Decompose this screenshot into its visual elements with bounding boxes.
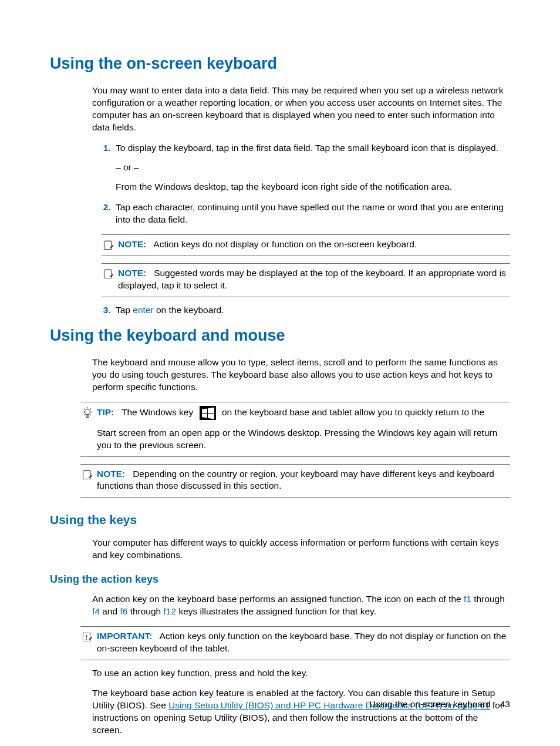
important-label: IMPORTANT: bbox=[97, 631, 152, 641]
heading-using-keyboard-mouse: Using the keyboard and mouse bbox=[50, 325, 510, 346]
note-icon bbox=[80, 468, 95, 480]
heading-using-action-keys: Using the action keys bbox=[50, 572, 510, 586]
section3-intro: Your computer has different ways to quic… bbox=[92, 537, 510, 562]
step-1: To display the keyboard, tap in the firs… bbox=[113, 142, 510, 193]
note-callout-3: NOTE: Depending on the country or region… bbox=[80, 464, 510, 498]
important-text: IMPORTANT: Action keys only function on … bbox=[95, 630, 510, 655]
steps-list: To display the keyboard, tap in the firs… bbox=[92, 142, 510, 226]
note-1-text: NOTE: Action keys do not display or func… bbox=[116, 238, 510, 251]
tip-callout: TIP: The Windows key on the keyboard bas… bbox=[80, 402, 510, 457]
section4-p3: The keyboard base action key feature is … bbox=[92, 687, 510, 737]
note-icon bbox=[102, 267, 116, 280]
intro-paragraph: You may want to enter data into a data f… bbox=[92, 85, 510, 134]
important-icon bbox=[80, 630, 95, 643]
step-1-line1: To display the keyboard, tap in the firs… bbox=[116, 142, 510, 154]
tip-continuation: Start screen from an open app or the Win… bbox=[97, 427, 510, 452]
page-footer: Using the on-screen keyboard43 bbox=[369, 698, 510, 711]
key-enter: enter bbox=[133, 305, 153, 315]
note-2-text: NOTE: Suggested words may be displayed a… bbox=[116, 267, 510, 292]
key-f6: f6 bbox=[120, 606, 127, 616]
key-f4: f4 bbox=[92, 606, 100, 616]
heading-using-the-keys: Using the keys bbox=[50, 512, 510, 528]
note-label: NOTE: bbox=[118, 239, 146, 249]
page-number: 43 bbox=[500, 699, 510, 709]
footer-text: Using the on-screen keyboard bbox=[369, 699, 491, 709]
important-callout: IMPORTANT: Action keys only function on … bbox=[80, 626, 510, 660]
step-1-line2: From the Windows desktop, tap the keyboa… bbox=[116, 181, 510, 193]
windows-key-icon bbox=[200, 406, 216, 420]
step-3: Tap enter on the keyboard. bbox=[113, 304, 510, 317]
note-callout-1: NOTE: Action keys do not display or func… bbox=[102, 234, 510, 256]
section4-p2: To use an action key function, press and… bbox=[92, 667, 510, 680]
steps-list-continued: Tap enter on the keyboard. bbox=[92, 304, 510, 317]
document-page: Using the on-screen keyboard You may wan… bbox=[0, 0, 560, 746]
note-callout-2: NOTE: Suggested words may be displayed a… bbox=[102, 263, 510, 297]
note-icon bbox=[102, 238, 116, 251]
heading-using-on-screen-keyboard: Using the on-screen keyboard bbox=[50, 53, 510, 74]
tip-label: TIP: bbox=[97, 407, 114, 417]
tip-text: TIP: The Windows key on the keyboard bas… bbox=[95, 406, 510, 452]
tip-icon bbox=[80, 406, 95, 419]
svg-point-2 bbox=[85, 409, 90, 414]
note-label: NOTE: bbox=[97, 469, 125, 479]
key-f1: f1 bbox=[464, 594, 471, 604]
step-1-or: – or – bbox=[116, 162, 510, 174]
step-2: Tap each character, continuing until you… bbox=[113, 201, 510, 226]
section2-intro: The keyboard and mouse allow you to type… bbox=[92, 357, 510, 394]
section4-p1: An action key on the keyboard base perfo… bbox=[92, 593, 510, 618]
note-label: NOTE: bbox=[118, 268, 146, 278]
key-f12: f12 bbox=[164, 606, 177, 616]
note-3-text: NOTE: Depending on the country or region… bbox=[95, 468, 510, 493]
